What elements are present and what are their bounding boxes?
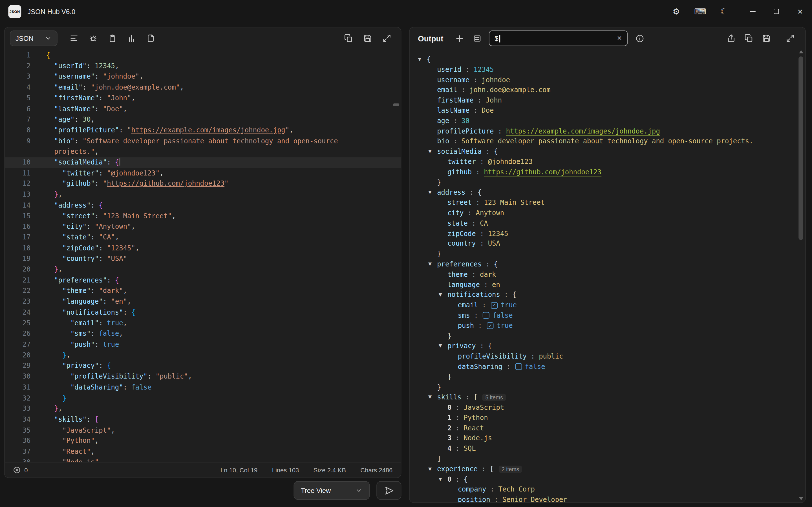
code-line[interactable]: 11"twitter": "@johndoe123", <box>5 168 401 179</box>
code-line[interactable]: 15"street": "123 Main Street", <box>5 211 401 222</box>
code-line[interactable]: 20}, <box>5 265 401 275</box>
collapse-arrow-icon[interactable]: ▼ <box>428 147 437 157</box>
tree-row[interactable]: ▼privacy : { <box>410 341 797 351</box>
code-line[interactable]: 28}, <box>5 350 401 361</box>
code-line[interactable]: 32} <box>5 393 401 404</box>
validate-button[interactable] <box>84 31 102 46</box>
code-line[interactable]: 9"bio": "Software developer passionate a… <box>5 136 401 157</box>
clear-query-button[interactable]: ✕ <box>617 35 622 42</box>
code-line[interactable]: 7"age": 30, <box>5 114 401 125</box>
code-line[interactable]: 3"username": "johndoe", <box>5 71 401 82</box>
code-line[interactable]: 16"city": "Anytown", <box>5 222 401 232</box>
format-button[interactable] <box>65 31 83 46</box>
jsonpath-query-input[interactable]: $ ✕ <box>489 31 627 46</box>
code-line[interactable]: 24"notifications": { <box>5 307 401 318</box>
code-line[interactable]: 18"zipCode": "12345", <box>5 243 401 254</box>
code-line[interactable]: 12"github": "https://github.com/johndoe1… <box>5 179 401 189</box>
collapse-arrow-icon[interactable]: ▼ <box>439 341 448 351</box>
add-button[interactable] <box>451 31 468 46</box>
line-number: 36 <box>5 436 31 446</box>
language-selector[interactable]: JSON <box>10 31 57 46</box>
collapse-arrow-icon[interactable]: ▼ <box>428 392 437 402</box>
code-line[interactable]: 34"skills": [ <box>5 414 401 425</box>
collapse-arrow-icon[interactable]: ▼ <box>418 54 426 64</box>
key-value-separator: : <box>478 300 490 311</box>
maximize-button[interactable] <box>764 0 788 23</box>
code-line[interactable]: 21"preferences": { <box>5 275 401 286</box>
share-button[interactable] <box>722 31 740 46</box>
save-output-button[interactable] <box>758 31 775 46</box>
code-line[interactable]: 5"firstName": "John", <box>5 93 401 104</box>
output-scrollbar-thumb[interactable] <box>799 56 803 240</box>
code-line[interactable]: 29"privacy": { <box>5 361 401 372</box>
code-line[interactable]: 26"sms": false, <box>5 329 401 339</box>
save-button[interactable] <box>359 31 376 46</box>
code-line[interactable]: 27"push": true <box>5 339 401 350</box>
code-line[interactable]: 31"dataSharing": false <box>5 382 401 393</box>
code-line[interactable]: 1{ <box>5 50 401 61</box>
code-line[interactable]: 13}, <box>5 189 401 200</box>
expand-output-button[interactable] <box>781 31 799 46</box>
editor-scrollbar-thumb[interactable] <box>393 103 399 106</box>
code-line[interactable]: 8"profilePicture": "https://example.com/… <box>5 125 401 136</box>
code-line[interactable]: 4"email": "john.doe@example.com", <box>5 82 401 93</box>
keyboard-shortcuts-button[interactable]: ⌨ <box>693 4 707 18</box>
code-line[interactable]: 37"React", <box>5 446 401 457</box>
collapse-arrow-icon[interactable]: ▼ <box>428 187 437 198</box>
code-line[interactable]: 10"socialMedia": { <box>5 157 401 168</box>
tree-row[interactable]: ▼0 : { <box>410 474 797 485</box>
app-logo-label: JSON <box>10 10 20 13</box>
tree-row[interactable]: ▼preferences : { <box>410 259 797 269</box>
tree-value-link[interactable]: https://example.com/images/johndoe.jpg <box>506 126 660 136</box>
tree-row[interactable]: ▼{ <box>410 54 797 64</box>
collapse-arrow-icon[interactable]: ▼ <box>439 290 448 300</box>
code-editor[interactable]: 1{2"userId": 12345,3"username": "johndoe… <box>5 49 401 462</box>
code-line[interactable]: 36"Python", <box>5 436 401 446</box>
code-line[interactable]: 19"country": "USA" <box>5 254 401 265</box>
copy-button[interactable] <box>340 31 357 46</box>
sort-button[interactable] <box>123 31 140 46</box>
code-link[interactable]: https://github.com/johndoe123 <box>107 180 224 187</box>
code-line[interactable]: 23"language": "en", <box>5 297 401 307</box>
code-line[interactable]: 30"profileVisibility": "public", <box>5 372 401 382</box>
tree-view[interactable]: ▼{userId : 12345username : johndoeemail … <box>410 49 797 502</box>
view-options-button[interactable] <box>468 31 486 46</box>
view-mode-selector[interactable]: Tree View <box>294 481 370 500</box>
settings-button[interactable]: ⚙ <box>669 4 683 18</box>
tree-row[interactable]: ▼address : { <box>410 187 797 198</box>
query-info-button[interactable] <box>631 31 648 46</box>
collapse-arrow-icon[interactable]: ▼ <box>428 464 437 474</box>
output-scrollbar[interactable] <box>798 50 804 500</box>
tree-row[interactable]: ▼socialMedia : { <box>410 147 797 157</box>
expand-editor-button[interactable] <box>378 31 396 46</box>
code-line[interactable]: 2"userId": 12345, <box>5 61 401 71</box>
copy-output-button[interactable] <box>740 31 758 46</box>
close-button[interactable]: ✕ <box>788 0 812 23</box>
code-line[interactable]: 33}, <box>5 404 401 414</box>
code-link[interactable]: https://example.com/images/johndoe.jpg <box>131 126 285 134</box>
code-line[interactable]: 6"lastName": "Doe", <box>5 104 401 114</box>
theme-toggle-button[interactable]: ☾ <box>717 4 731 18</box>
tree-row: } <box>410 331 797 341</box>
tree-value: false <box>493 311 513 321</box>
code-line[interactable]: 38"Node.js", <box>5 457 401 462</box>
scroll-up-icon[interactable] <box>799 50 803 53</box>
collapse-arrow-icon[interactable]: ▼ <box>439 474 448 485</box>
code-line[interactable]: 25"email": true, <box>5 318 401 329</box>
run-button[interactable] <box>376 481 401 500</box>
tree-value-link[interactable]: https://github.com/johndoe123 <box>484 167 601 177</box>
minimize-button[interactable] <box>741 0 764 23</box>
paste-button[interactable] <box>103 31 121 46</box>
code-line[interactable]: 17"state": "CA", <box>5 232 401 243</box>
collapse-arrow-icon[interactable]: ▼ <box>428 259 437 269</box>
key-value-separator: : <box>469 75 481 85</box>
tree-row[interactable]: ▼notifications : { <box>410 290 797 300</box>
code-line[interactable]: 35"JavaScript", <box>5 425 401 436</box>
tree-row[interactable]: ▼skills : [5 items <box>410 392 797 402</box>
tree-row[interactable]: ▼experience : [2 items <box>410 464 797 474</box>
scroll-down-icon[interactable] <box>799 497 803 500</box>
convert-button[interactable] <box>142 31 159 46</box>
code-content: "github": "https://github.com/johndoe123… <box>31 179 401 189</box>
code-line[interactable]: 22"theme": "dark", <box>5 286 401 297</box>
code-line[interactable]: 14"address": { <box>5 200 401 211</box>
